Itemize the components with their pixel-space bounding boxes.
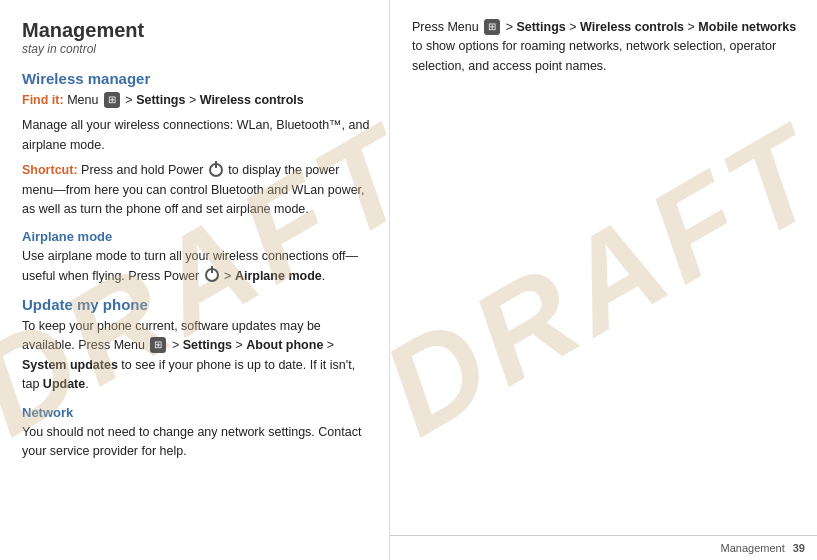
find-it-body: Menu > Settings > Wireless controls xyxy=(67,93,304,107)
footer-label: Management xyxy=(721,542,785,554)
power-icon xyxy=(209,163,223,177)
right-column: DRAFT Press Menu > Settings > Wireless c… xyxy=(390,0,817,560)
menu-icon xyxy=(104,92,120,108)
right-para1: Press Menu > Settings > Wireless control… xyxy=(412,18,799,76)
update-para1: To keep your phone current, software upd… xyxy=(22,317,371,395)
network-section-title: Network xyxy=(22,405,371,420)
left-column: DRAFT Management stay in control Wireles… xyxy=(0,0,390,560)
shortcut-text: Shortcut: Press and hold Power to displa… xyxy=(22,161,371,219)
network-para1: You should not need to change any networ… xyxy=(22,423,371,462)
power-icon-2 xyxy=(205,268,219,282)
wireless-para1: Manage all your wireless connections: WL… xyxy=(22,116,371,155)
menu-icon-2 xyxy=(150,337,166,353)
shortcut-label: Shortcut: xyxy=(22,163,78,177)
airplane-section-title: Airplane mode xyxy=(22,229,371,244)
find-it-text: Find it: Menu > Settings > Wireless cont… xyxy=(22,91,371,110)
main-title: Management xyxy=(22,18,371,42)
wireless-section-title: Wireless manager xyxy=(22,70,371,87)
menu-icon-right xyxy=(484,19,500,35)
page-container: DRAFT Management stay in control Wireles… xyxy=(0,0,817,560)
draft-watermark-right: DRAFT xyxy=(390,95,817,465)
find-it-label: Find it: xyxy=(22,93,64,107)
footer-page-number: 39 xyxy=(793,542,805,554)
footer: Management 39 xyxy=(390,535,817,560)
main-subtitle: stay in control xyxy=(22,42,371,56)
airplane-para1: Use airplane mode to turn all your wirel… xyxy=(22,247,371,286)
update-section-title: Update my phone xyxy=(22,296,371,313)
